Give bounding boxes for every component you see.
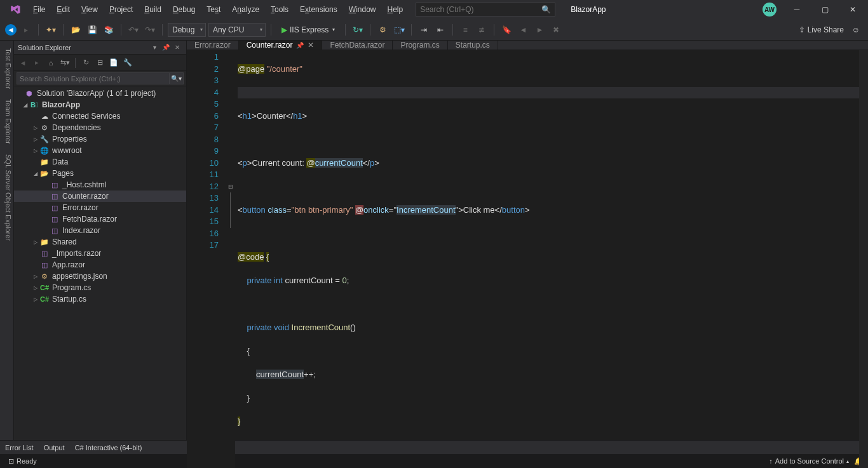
quick-search-input[interactable] (420, 5, 541, 14)
tab-error-list[interactable]: Error List (5, 444, 34, 451)
menu-test[interactable]: Test (201, 3, 226, 17)
tab-startup[interactable]: Startup.cs (448, 41, 498, 50)
tree-imports[interactable]: ◫_Imports.razor (14, 248, 186, 259)
platform-dropdown[interactable]: Any CPU (208, 23, 266, 37)
close-button[interactable]: ✕ (840, 1, 865, 18)
tree-solution[interactable]: ⬢Solution 'BlazorApp' (1 of 1 project) (14, 88, 186, 99)
panel-pin-icon[interactable]: 📌 (161, 43, 171, 53)
home-icon[interactable]: ⌂ (44, 57, 57, 69)
tree-fetchdata[interactable]: ◫FetchData.razor (14, 213, 186, 225)
code-content[interactable]: @page "/counter" <h1>Counter</h1> <p>Cur… (235, 50, 868, 468)
bm-prev-button[interactable]: ◄ (516, 23, 530, 37)
folder-icon: 📁 (39, 157, 50, 167)
tab-counter[interactable]: Counter.razor📌✕ (239, 41, 323, 50)
tree-connected-services[interactable]: ☁Connected Services (14, 110, 186, 122)
fold-icon[interactable]: ⊟ (226, 181, 235, 193)
solution-search-input[interactable] (17, 72, 170, 84)
tree-error[interactable]: ◫Error.razor (14, 202, 186, 213)
tree-program[interactable]: ▷C#Program.cs (14, 282, 186, 293)
tasks-icon[interactable]: ⊡ (5, 457, 17, 465)
sync-icon[interactable]: ⇆▾ (58, 57, 71, 69)
maximize-button[interactable]: ▢ (812, 1, 837, 18)
tree-startup[interactable]: ▷C#Startup.cs (14, 293, 186, 305)
tree-shared[interactable]: ▷📁Shared (14, 236, 186, 248)
tree-index[interactable]: ◫Index.razor (14, 225, 186, 236)
share-icon: ⇪ (799, 25, 805, 34)
config-dropdown[interactable]: Debug (168, 23, 206, 37)
menu-help[interactable]: Help (382, 3, 408, 17)
pin-icon[interactable]: 📌 (296, 42, 304, 49)
menu-tools[interactable]: Tools (266, 3, 294, 17)
step-button-2[interactable]: ⇤ (433, 23, 447, 37)
tree-counter[interactable]: ◫Counter.razor (14, 191, 186, 202)
bm-clear-button[interactable]: ✖ (549, 23, 563, 37)
run-button[interactable]: ▶IIS Express▾ (276, 23, 340, 37)
step-button-1[interactable]: ⇥ (417, 23, 431, 37)
menu-edit[interactable]: Edit (51, 3, 75, 17)
solution-toolbar: ◄ ▸ ⌂ ⇆▾ ↻ ⊟ 📄 🔧 (14, 55, 186, 71)
user-avatar[interactable]: AW (763, 3, 776, 17)
bookmark-button[interactable]: 🔖 (499, 23, 513, 37)
refresh-button[interactable]: ↻▾ (351, 23, 365, 37)
solution-search-button[interactable]: 🔍▾ (170, 72, 184, 84)
tab-output[interactable]: Output (44, 444, 65, 451)
save-button[interactable]: 💾 (85, 23, 99, 37)
quick-search[interactable]: 🔍 (416, 3, 555, 17)
browser-link-button[interactable]: ⚙ (376, 23, 390, 37)
tree-wwwroot[interactable]: ▷🌐wwwroot (14, 145, 186, 156)
uncomment-button[interactable]: ≢ (475, 23, 489, 37)
tree-pages[interactable]: ◢📂Pages (14, 168, 186, 179)
tab-fetchdata[interactable]: FetchData.razor (322, 41, 393, 50)
tree-project[interactable]: ◢B⃞BlazorApp (14, 99, 186, 110)
bm-next-button[interactable]: ► (532, 23, 546, 37)
menu-build[interactable]: Build (139, 3, 166, 17)
rail-sql-explorer[interactable]: SQL Server Object Explorer (0, 149, 13, 246)
refresh-icon[interactable]: ↻ (79, 57, 92, 69)
fwd-icon[interactable]: ▸ (31, 57, 43, 69)
tab-error[interactable]: Error.razor (187, 41, 239, 50)
close-icon[interactable]: ✕ (308, 41, 314, 50)
project-icon: B⃞ (29, 100, 39, 110)
properties-icon[interactable]: 🔧 (121, 57, 134, 69)
menu-debug[interactable]: Debug (168, 3, 200, 17)
back-icon[interactable]: ◄ (17, 57, 29, 69)
tool-button-1[interactable]: ⬚▾ (392, 23, 406, 37)
new-project-button[interactable]: ✦▾ (44, 23, 58, 37)
save-all-button[interactable]: 📚 (102, 23, 116, 37)
tree-dependencies[interactable]: ▷⚙Dependencies (14, 122, 186, 133)
undo-button[interactable]: ↶▾ (126, 23, 140, 37)
folder-icon: 📁 (39, 237, 50, 247)
tree-host[interactable]: ◫_Host.cshtml (14, 179, 186, 191)
tab-program[interactable]: Program.cs (393, 41, 447, 50)
collapse-icon[interactable]: ⊟ (93, 57, 106, 69)
overview-ruler[interactable] (859, 50, 868, 468)
rail-team-explorer[interactable]: Team Explorer (0, 94, 13, 149)
feedback-button[interactable]: ☺ (849, 23, 863, 37)
live-share-button[interactable]: ⇪Live Share (799, 25, 844, 34)
open-file-button[interactable]: 📂 (69, 23, 83, 37)
solution-name: BlazorApp (571, 5, 606, 14)
tree-data[interactable]: 📁Data (14, 156, 186, 168)
code-editor[interactable]: 1234567891011121314151617 ⊟ @page "/coun… (187, 50, 868, 468)
file-icon: ◫ (50, 191, 60, 201)
nav-back-button[interactable]: ◄ (5, 24, 17, 36)
menu-analyze[interactable]: Analyze (227, 3, 264, 17)
file-icon: ◫ (50, 225, 60, 236)
show-all-icon[interactable]: 📄 (107, 57, 120, 69)
menu-file[interactable]: File (28, 3, 50, 17)
redo-button[interactable]: ↷▾ (143, 23, 157, 37)
rail-test-explorer[interactable]: Test Explorer (0, 43, 13, 94)
panel-close-icon[interactable]: ✕ (172, 43, 182, 53)
tab-csharp-interactive[interactable]: C# Interactive (64-bit) (75, 444, 142, 451)
menu-view[interactable]: View (76, 3, 103, 17)
tree-app[interactable]: ◫App.razor (14, 259, 186, 271)
panel-dropdown-icon[interactable]: ▾ (149, 43, 159, 53)
minimize-button[interactable]: ─ (784, 1, 810, 18)
nav-fwd-button[interactable]: ▸ (19, 23, 33, 37)
tree-properties[interactable]: ▷🔧Properties (14, 133, 186, 145)
comment-button[interactable]: ≡ (458, 23, 472, 37)
menu-window[interactable]: Window (344, 3, 381, 17)
tree-appsettings[interactable]: ▷⚙appsettings.json (14, 271, 186, 282)
menu-project[interactable]: Project (104, 3, 138, 17)
menu-extensions[interactable]: Extensions (295, 3, 342, 17)
